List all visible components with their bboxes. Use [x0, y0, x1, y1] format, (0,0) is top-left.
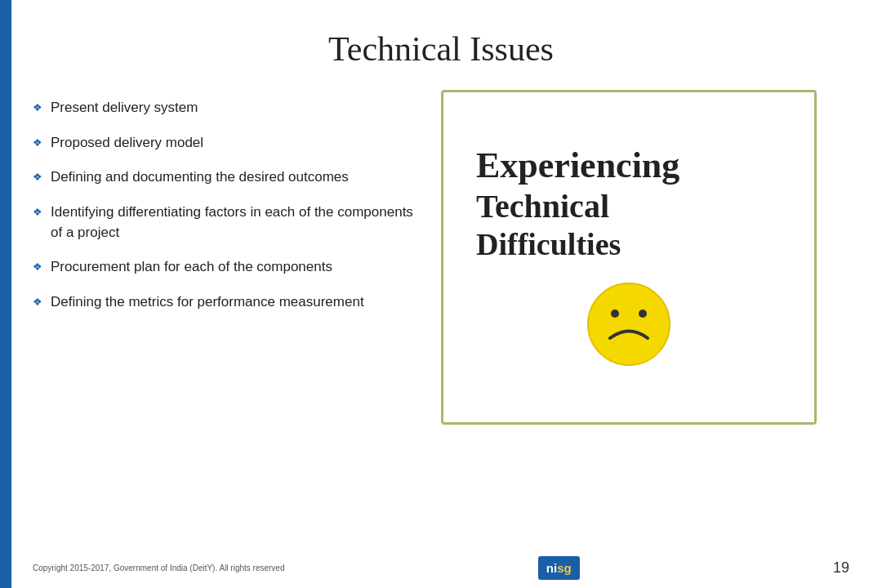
list-item: ❖ Procurement plan for each of the compo… [33, 257, 425, 278]
bullet-icon: ❖ [33, 170, 42, 185]
svg-point-2 [639, 310, 647, 318]
bullet-icon: ❖ [33, 295, 42, 310]
handwritten-caption: Experiencing Technical Difficulties [460, 145, 798, 265]
caption-line2: Technical [476, 188, 798, 225]
bullet-text: Present delivery system [51, 98, 425, 118]
bullet-icon: ❖ [33, 260, 42, 275]
bullet-text: Identifying differentiating factors in e… [51, 203, 425, 243]
bullet-text: Proposed delivery model [51, 133, 425, 154]
caption-line3: Difficulties [476, 227, 798, 263]
logo-sg: sg [557, 561, 572, 575]
logo-ni: ni [546, 561, 557, 575]
list-item: ❖ Identifying differentiating factors in… [33, 203, 425, 243]
caption-line1: Experiencing [476, 145, 798, 187]
page-number: 19 [833, 559, 849, 577]
list-item: ❖ Defining and documenting the desired o… [33, 167, 425, 188]
bullet-icon: ❖ [33, 100, 42, 116]
svg-point-1 [611, 310, 619, 318]
bullet-list: ❖ Present delivery system ❖ Proposed del… [33, 98, 425, 327]
technical-difficulties-image: Experiencing Technical Difficulties [441, 90, 817, 425]
copyright-text: Copyright 2015-2017, Government of India… [33, 564, 285, 572]
page-title: Technical Issues [0, 29, 882, 69]
bullet-text: Procurement plan for each of the compone… [51, 257, 425, 278]
bullet-icon: ❖ [33, 136, 42, 151]
list-item: ❖ Present delivery system [33, 98, 425, 118]
sad-face-container [460, 279, 798, 369]
bullet-text: Defining and documenting the desired out… [51, 167, 425, 188]
logo-box: nisg [538, 556, 580, 580]
svg-point-0 [588, 283, 670, 365]
left-accent-bar [0, 0, 11, 588]
bullet-icon: ❖ [33, 205, 42, 220]
bullet-text: Defining the metrics for performance mea… [51, 292, 425, 313]
logo: nisg [538, 556, 580, 580]
list-item: ❖ Defining the metrics for performance m… [33, 292, 425, 313]
list-item: ❖ Proposed delivery model [33, 133, 425, 154]
sad-face-icon [584, 279, 674, 369]
footer: Copyright 2015-2017, Government of India… [33, 556, 849, 580]
